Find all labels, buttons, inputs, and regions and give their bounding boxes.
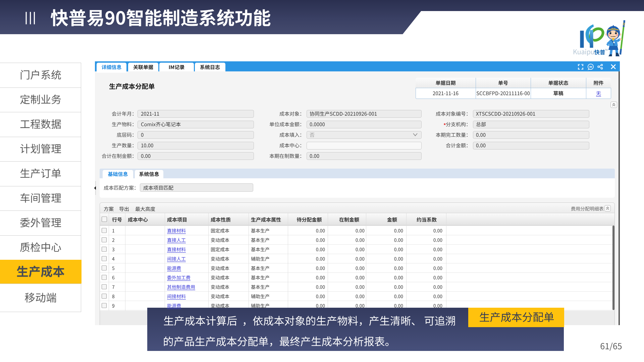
svg-text:IM: IM [589, 65, 592, 68]
